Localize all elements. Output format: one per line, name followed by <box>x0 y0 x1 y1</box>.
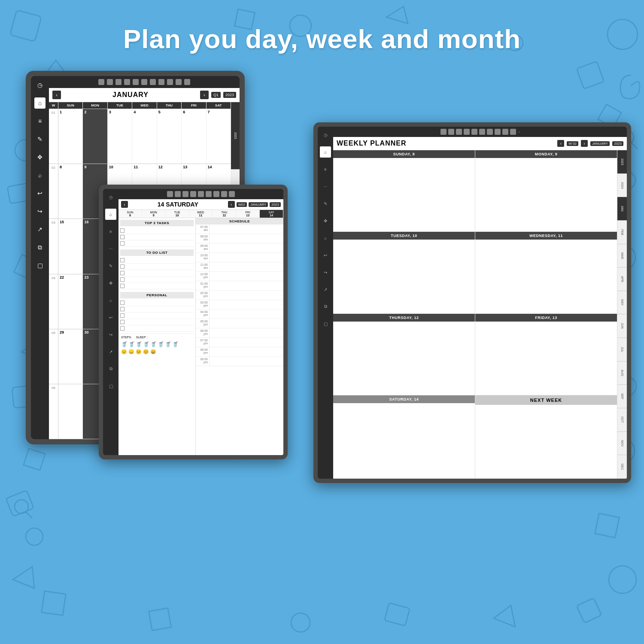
tab-2023[interactable]: 2023 <box>231 102 240 170</box>
week-strip-sat[interactable]: SAT14 <box>260 210 283 218</box>
time-content[interactable] <box>210 357 283 366</box>
mood-1[interactable]: 😑 <box>121 349 127 355</box>
cup-8[interactable]: 🥤 <box>172 341 179 347</box>
daily-search-icon[interactable]: ⌕ <box>105 295 116 306</box>
saturday-content[interactable] <box>333 403 475 478</box>
wtab-jul[interactable]: JUL <box>617 338 627 361</box>
thursday-content[interactable] <box>333 322 475 395</box>
time-content[interactable] <box>210 225 283 234</box>
week-strip-mon[interactable]: MON9 <box>142 210 166 218</box>
frame-icon[interactable]: ▢ <box>34 260 46 271</box>
daily-frame-icon[interactable]: ▢ <box>105 380 116 392</box>
mood-4[interactable]: 😊 <box>143 349 149 355</box>
weekly-layers-icon[interactable]: ⧉ <box>320 301 331 312</box>
cup-7[interactable]: 🥤 <box>165 341 171 347</box>
task-checkbox[interactable] <box>120 264 125 269</box>
wtab-jun[interactable]: JUN <box>617 314 627 338</box>
wtab-apr[interactable]: APR <box>617 267 627 291</box>
week-strip-sun[interactable]: SUN8 <box>118 210 142 218</box>
time-content[interactable] <box>210 281 283 290</box>
wtab-2024[interactable]: 2024 <box>617 174 627 197</box>
daily-pencil-icon[interactable]: ··· <box>105 243 116 254</box>
task-checkbox[interactable] <box>120 235 125 239</box>
task-checkbox[interactable] <box>120 258 125 262</box>
daily-redo-icon[interactable]: ↪ <box>105 329 116 340</box>
task-checkbox[interactable] <box>120 241 125 246</box>
week-strip-tue[interactable]: TUE10 <box>166 210 189 218</box>
task-checkbox[interactable] <box>120 301 125 305</box>
time-content[interactable] <box>210 253 283 262</box>
wtab-may[interactable]: MAY <box>617 291 627 315</box>
next-day-button[interactable]: › <box>228 201 235 208</box>
weekly-frame-icon[interactable]: ▢ <box>320 318 331 329</box>
daily-export-icon[interactable]: ↗ <box>105 346 116 357</box>
daily-eraser-icon[interactable]: ✎ <box>105 260 116 271</box>
weekly-menu-icon[interactable]: ≡ <box>320 164 331 175</box>
cup-5[interactable]: 🥤 <box>150 341 157 347</box>
weekly-eraser-icon[interactable]: ✎ <box>320 198 331 209</box>
friday-content[interactable] <box>475 322 617 395</box>
wtab-nov[interactable]: NOV <box>617 432 627 456</box>
pencil-icon[interactable]: ✎ <box>34 134 46 145</box>
export-icon[interactable]: ↗ <box>34 224 46 235</box>
cup-1[interactable]: 🥤 <box>121 341 128 347</box>
wtab-oct[interactable]: OCT <box>617 408 627 432</box>
mood-5[interactable]: 😄 <box>150 349 156 355</box>
search-icon[interactable]: ⌕ <box>34 170 46 181</box>
home-icon[interactable]: ⌂ <box>34 97 46 109</box>
time-content[interactable] <box>210 291 283 300</box>
time-content[interactable] <box>210 338 283 347</box>
tuesday-content[interactable] <box>333 240 475 313</box>
weekly-export-icon[interactable]: ↗ <box>320 284 331 295</box>
task-checkbox[interactable] <box>120 307 125 311</box>
weekly-redo-icon[interactable]: ↪ <box>320 267 331 278</box>
weekly-next-button[interactable]: › <box>581 140 588 147</box>
task-checkbox[interactable] <box>120 326 125 331</box>
time-content[interactable] <box>210 310 283 319</box>
week-strip-thu[interactable]: THU12 <box>213 210 236 218</box>
time-content[interactable] <box>210 262 283 271</box>
daily-home-icon[interactable]: ⌂ <box>105 209 116 220</box>
time-content[interactable] <box>210 347 283 356</box>
sunday-content[interactable] <box>333 158 475 231</box>
layers-icon[interactable]: ⧉ <box>34 242 46 253</box>
daily-undo-icon[interactable]: ↩ <box>105 312 116 323</box>
weekly-home-icon[interactable]: ⌂ <box>320 146 331 158</box>
time-content[interactable] <box>210 300 283 309</box>
weekly-search-icon[interactable]: ⌕ <box>320 232 331 243</box>
cup-3[interactable]: 🥤 <box>136 341 142 347</box>
weekly-pencil-icon[interactable]: ··· <box>320 181 331 192</box>
wtab-dec[interactable]: DEC <box>617 455 627 479</box>
weekly-undo-icon[interactable]: ↩ <box>320 249 331 261</box>
wednesday-content[interactable] <box>475 240 617 313</box>
task-checkbox[interactable] <box>120 284 125 288</box>
week-strip-wed[interactable]: WED11 <box>189 210 213 218</box>
weekly-prev-button[interactable]: ‹ <box>557 140 564 147</box>
time-content[interactable] <box>210 319 283 328</box>
time-content[interactable] <box>210 243 283 252</box>
task-checkbox[interactable] <box>120 277 125 282</box>
menu-icon[interactable]: ≡ <box>34 115 46 127</box>
cup-6[interactable]: 🥤 <box>158 341 164 347</box>
daily-layers-icon[interactable]: ⧉ <box>105 363 116 374</box>
prev-day-button[interactable]: ‹ <box>121 201 128 208</box>
next-month-button[interactable]: › <box>200 91 209 99</box>
wtab-aug[interactable]: AUG <box>617 361 627 385</box>
move-icon[interactable]: ✥ <box>34 152 46 163</box>
task-checkbox[interactable] <box>120 320 125 324</box>
mood-2[interactable]: 😞 <box>128 349 134 355</box>
wtab-jan[interactable]: JAN <box>617 197 627 221</box>
daily-menu-icon[interactable]: ≡ <box>105 226 116 237</box>
wtab-feb[interactable]: FEB <box>617 221 627 244</box>
time-content[interactable] <box>210 234 283 243</box>
weekly-move-icon[interactable]: ✥ <box>320 215 331 226</box>
week-strip-fri[interactable]: FRI13 <box>236 210 260 218</box>
monday-content[interactable] <box>475 158 617 231</box>
task-checkbox[interactable] <box>120 313 125 318</box>
wtab-2023[interactable]: 2023 <box>617 150 627 174</box>
redo-icon[interactable]: ↪ <box>34 206 46 217</box>
prev-month-button[interactable]: ‹ <box>52 91 61 99</box>
wtab-mar[interactable]: MAR <box>617 244 627 268</box>
cup-4[interactable]: 🥤 <box>143 341 149 347</box>
undo-icon[interactable]: ↩ <box>34 188 46 199</box>
